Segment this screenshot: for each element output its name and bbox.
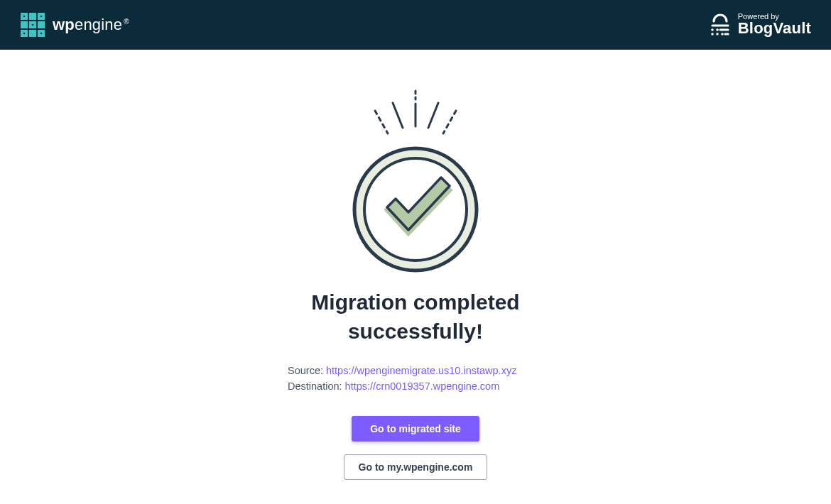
button-group: Go to migrated site Go to my.wpengine.co… [344, 416, 488, 480]
source-label: Source: [288, 365, 326, 376]
wpengine-logo: wpengine® [20, 12, 129, 38]
svg-line-24 [428, 103, 438, 128]
svg-rect-1 [29, 13, 36, 20]
main-content: Migration completed successfully! Source… [0, 50, 831, 480]
migration-info: Source: https://wpenginemigrate.us10.ins… [288, 363, 543, 395]
blogvault-logo: Powered by BlogVault [710, 12, 811, 38]
title-line-2: successfully! [348, 319, 483, 343]
svg-point-15 [716, 28, 719, 31]
svg-point-18 [721, 33, 724, 35]
destination-line: Destination: https://crn0019357.wpengine… [288, 378, 543, 394]
go-to-wpengine-button[interactable]: Go to my.wpengine.com [344, 454, 488, 480]
svg-point-14 [711, 28, 714, 31]
blogvault-icon [710, 13, 731, 37]
page-title: Migration completed successfully! [311, 288, 519, 346]
source-line: Source: https://wpenginemigrate.us10.ins… [288, 363, 543, 378]
svg-point-16 [711, 33, 714, 35]
svg-line-22 [443, 111, 456, 133]
svg-point-13 [40, 33, 43, 35]
brand-rest: engine [75, 16, 122, 33]
header-bar: wpengine® Powered by BlogVault [0, 0, 831, 50]
blogvault-wordmark: BlogVault [738, 19, 811, 38]
destination-label: Destination: [288, 380, 345, 392]
brand-bold: wp [53, 16, 75, 33]
svg-line-23 [393, 103, 403, 128]
wpengine-wordmark: wpengine® [53, 16, 129, 34]
success-checkmark-icon [316, 85, 515, 284]
svg-rect-7 [29, 30, 36, 37]
svg-point-17 [716, 33, 719, 35]
wpengine-icon [20, 12, 45, 38]
svg-rect-5 [38, 21, 45, 28]
svg-point-12 [23, 33, 26, 35]
title-line-1: Migration completed [311, 290, 519, 314]
svg-line-21 [375, 111, 388, 133]
source-link[interactable]: https://wpenginemigrate.us10.instawp.xyz [326, 365, 516, 376]
go-to-migrated-site-button[interactable]: Go to migrated site [352, 416, 479, 442]
svg-point-10 [40, 16, 43, 18]
svg-rect-3 [21, 21, 28, 28]
svg-point-11 [32, 24, 34, 26]
svg-point-9 [23, 16, 26, 18]
destination-link[interactable]: https://crn0019357.wpengine.com [345, 380, 500, 392]
